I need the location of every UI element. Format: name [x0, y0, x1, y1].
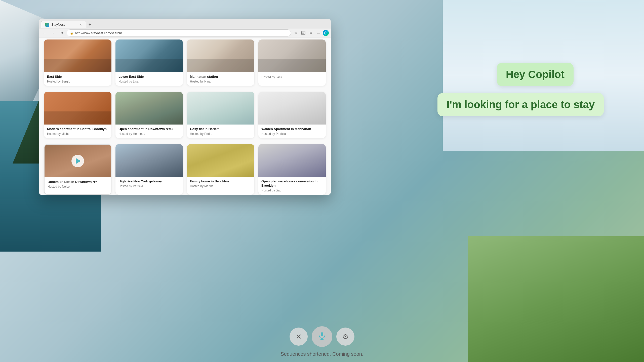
- listing-card-warehouse[interactable]: Open plan warehouse conversion in Brookl…: [258, 144, 326, 195]
- tab-bar: StayNest ✕ +: [39, 19, 331, 28]
- listing-name-bohemian: Bohemian Loft in Downtown NY: [48, 180, 108, 184]
- listing-info-modern-brooklyn: Modern apartment in Central Brooklyn Hos…: [44, 125, 111, 138]
- svg-rect-4: [321, 332, 323, 336]
- img-wrapper-bohemian: [45, 145, 111, 177]
- top-partial-row: East Side Hosted by Sergio Lower East Si…: [44, 37, 326, 86]
- listing-name-family-brooklyn: Family home in Brooklyn: [190, 179, 251, 184]
- listing-info-walden: Walden Apartment in Manhattan Hosted by …: [258, 125, 326, 138]
- close-voice-icon: ✕: [296, 333, 302, 341]
- listing-host-family-brooklyn: Hosted by Marina: [190, 184, 251, 188]
- listing-info-east-side: East Side Hosted by Sergio: [44, 72, 111, 86]
- listing-image-high-rise: [115, 144, 183, 177]
- listing-image-manhattan: [187, 39, 254, 72]
- edge-icon: [323, 30, 329, 36]
- listing-info-warehouse: Open plan warehouse conversion in Brookl…: [258, 177, 326, 195]
- back-button[interactable]: ←: [41, 29, 48, 36]
- mic-icon: [318, 331, 326, 342]
- listing-card-bohemian[interactable]: Bohemian Loft in Downtown NY Hosted by N…: [44, 144, 111, 195]
- tab-favicon: [45, 23, 49, 27]
- listing-card-manhattan[interactable]: Manhattan station Hosted by Nina: [187, 39, 254, 86]
- url-text: http://www.staynest.com/search/: [75, 31, 122, 35]
- listing-host-manhattan: Hosted by Nina: [190, 80, 251, 83]
- lock-icon: 🔒: [70, 31, 73, 35]
- listing-image-walden: [258, 92, 326, 125]
- listing-host-warehouse: Hosted by Jiao: [261, 189, 323, 192]
- mic-button[interactable]: [312, 326, 332, 347]
- tab-close-button[interactable]: ✕: [79, 23, 82, 26]
- address-bar[interactable]: 🔒 http://www.staynest.com/search/: [67, 29, 291, 36]
- active-tab[interactable]: StayNest ✕: [41, 21, 86, 28]
- listing-name-walden: Walden Apartment in Manhattan: [261, 127, 323, 131]
- listing-card-jack[interactable]: Hosted by Jack: [258, 39, 326, 86]
- play-overlay[interactable]: [71, 155, 84, 167]
- settings-voice-button[interactable]: ⚙: [336, 328, 354, 346]
- tab-title: StayNest: [51, 23, 65, 26]
- listing-info-open-downtown: Open apartment in Downtown NYC Hosted by…: [115, 125, 183, 138]
- listing-name-warehouse: Open plan warehouse conversion in Brookl…: [261, 179, 323, 188]
- listing-info-high-rise: High rise New York getaway Hosted by Pat…: [115, 177, 183, 190]
- listing-name-cosy-harlem: Cosy flat in Harlem: [190, 127, 251, 131]
- refresh-button[interactable]: ↻: [58, 29, 65, 36]
- copilot-bubble-msg: I'm looking for a place to stay: [437, 93, 604, 116]
- listing-card-cosy-harlem[interactable]: Cosy flat in Harlem Hosted by Pedro: [187, 92, 254, 138]
- listing-host-east-side: Hosted by Sergio: [47, 80, 108, 83]
- listing-name-lower-east: Lower East Side: [118, 75, 180, 79]
- listing-card-family-brooklyn[interactable]: Family home in Brooklyn Hosted by Marina: [187, 144, 254, 195]
- listing-name-modern-brooklyn: Modern apartment in Central Brooklyn: [47, 127, 108, 131]
- new-tab-button[interactable]: +: [86, 21, 93, 28]
- listing-host-cosy-harlem: Hosted by Pedro: [190, 132, 251, 136]
- browser-actions: ☆ ⚙ ···: [293, 30, 329, 36]
- listing-info-lower-east: Lower East Side Hosted by Lisa: [115, 72, 183, 86]
- star-button[interactable]: ☆: [293, 30, 299, 36]
- collections-button[interactable]: [300, 30, 307, 36]
- listing-host-lower-east: Hosted by Lisa: [118, 80, 180, 83]
- browser-content[interactable]: East Side Hosted by Sergio Lower East Si…: [39, 37, 331, 195]
- listing-name-high-rise: High rise New York getaway: [118, 179, 180, 184]
- middle-row: Modern apartment in Central Brooklyn Hos…: [44, 90, 326, 138]
- forward-button[interactable]: →: [50, 29, 57, 36]
- listing-image-family-brooklyn: [187, 144, 254, 177]
- more-button[interactable]: ···: [315, 30, 322, 36]
- listing-host-jack: Hosted by Jack: [261, 75, 323, 79]
- listing-card-high-rise[interactable]: High rise New York getaway Hosted by Pat…: [115, 144, 183, 195]
- close-voice-button[interactable]: ✕: [290, 328, 308, 346]
- listing-info-jack: Hosted by Jack: [258, 72, 326, 82]
- listing-name-east-side: East Side: [47, 75, 108, 79]
- listing-host-modern-brooklyn: Hosted by Mishti: [47, 132, 108, 136]
- voice-bar: ✕ ⚙: [290, 326, 354, 347]
- listing-card-open-downtown[interactable]: Open apartment in Downtown NYC Hosted by…: [115, 92, 183, 138]
- listing-info-manhattan: Manhattan station Hosted by Nina: [187, 72, 254, 86]
- settings-voice-icon: ⚙: [342, 333, 349, 341]
- listing-info-family-brooklyn: Family home in Brooklyn Hosted by Marina: [187, 177, 254, 190]
- listing-image-jack: [258, 39, 326, 72]
- nav-bar: ← → ↻ 🔒 http://www.staynest.com/search/ …: [39, 28, 331, 37]
- play-triangle: [76, 158, 81, 164]
- listing-card-modern-brooklyn[interactable]: Modern apartment in Central Brooklyn Hos…: [44, 92, 111, 138]
- listing-host-bohemian: Hosted by Nelson: [48, 185, 108, 188]
- listing-image-modern-brooklyn: [44, 92, 111, 125]
- listing-image-east-side: [44, 39, 111, 72]
- listing-host-walden: Hosted by Patricia: [261, 132, 323, 136]
- listing-image-open-downtown: [115, 92, 183, 125]
- listing-host-high-rise: Hosted by Patricia: [118, 184, 180, 188]
- listing-image-cosy-harlem: [187, 92, 254, 125]
- listing-card-walden[interactable]: Walden Apartment in Manhattan Hosted by …: [258, 92, 326, 138]
- browser-window: StayNest ✕ + ← → ↻ 🔒 http://www.staynest…: [39, 19, 331, 195]
- listing-image-lower-east: [115, 39, 183, 72]
- sequences-text: Sequences shortened. Coming soon.: [280, 351, 363, 357]
- listing-info-cosy-harlem: Cosy flat in Harlem Hosted by Pedro: [187, 125, 254, 138]
- listing-card-lower-east[interactable]: Lower East Side Hosted by Lisa: [115, 39, 183, 86]
- listing-image-warehouse: [258, 144, 326, 177]
- bg-grass-right: [468, 236, 644, 362]
- settings-button[interactable]: ⚙: [308, 30, 314, 36]
- listing-name-open-downtown: Open apartment in Downtown NYC: [118, 127, 180, 131]
- listing-info-bohemian: Bohemian Loft in Downtown NY Hosted by N…: [45, 177, 111, 191]
- copilot-bubble-hey: Hey Copilot: [497, 63, 574, 86]
- browser-chrome: StayNest ✕ + ← → ↻ 🔒 http://www.staynest…: [39, 19, 331, 37]
- bottom-row: Bohemian Loft in Downtown NY Hosted by N…: [44, 142, 326, 195]
- listing-host-open-downtown: Hosted by Henrietta: [118, 132, 180, 136]
- listing-name-manhattan: Manhattan station: [190, 75, 251, 79]
- listing-card-east-side[interactable]: East Side Hosted by Sergio: [44, 39, 111, 86]
